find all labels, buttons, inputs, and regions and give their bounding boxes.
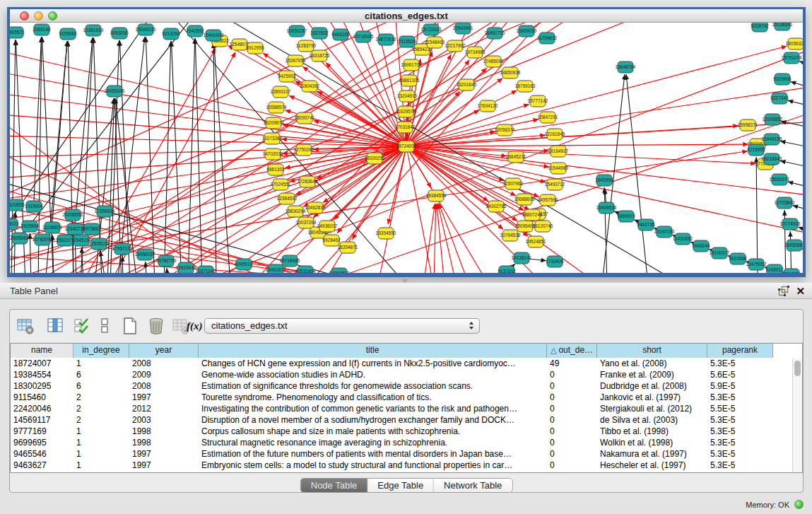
graph-node[interactable]: 9610568 — [729, 253, 747, 264]
graph-node[interactable]: 12543491 — [453, 23, 473, 34]
graph-edge[interactable] — [406, 146, 434, 273]
table-row[interactable]: 977716911998Corpus callosum shape and si… — [11, 426, 802, 437]
graph-node[interactable]: 10588574 — [266, 102, 287, 113]
graph-node[interactable]: 14850938 — [500, 67, 521, 78]
graph-node[interactable]: 6466100 — [331, 29, 350, 40]
graph-node[interactable]: 16210643 — [762, 153, 782, 165]
graph-node[interactable]: 16961704 — [401, 59, 422, 71]
graph-edge[interactable] — [122, 256, 123, 273]
graph-node[interactable]: 16782759 — [156, 255, 177, 267]
graph-node[interactable]: 15958371 — [738, 119, 758, 131]
table-row[interactable]: 1456911722003Disruption of a novel membe… — [11, 414, 802, 426]
column-header-year[interactable]: year — [129, 344, 199, 358]
graph-node[interactable]: 20531904 — [295, 266, 316, 273]
graph-node[interactable]: 9975887 — [83, 223, 101, 235]
graph-node[interactable]: 14138141 — [512, 252, 532, 264]
graph-node[interactable]: 17694120 — [478, 100, 498, 112]
graph-edge[interactable] — [52, 41, 67, 222]
graph-node[interactable]: 19734983 — [465, 47, 486, 58]
graph-edge[interactable] — [93, 37, 102, 273]
graph-node[interactable]: 12505135 — [89, 238, 110, 250]
graph-node[interactable]: 15093741 — [295, 112, 315, 124]
delete-table-icon[interactable] — [147, 317, 165, 335]
graph-edge[interactable] — [110, 40, 119, 273]
graph-node[interactable]: 12750286 — [294, 144, 314, 156]
graph-node[interactable]: 15128391 — [772, 23, 793, 30]
column-chooser-icon[interactable] — [95, 317, 114, 335]
column-header-name[interactable]: name — [11, 344, 73, 358]
table-row[interactable]: 1938455462009Genome-wide association stu… — [11, 369, 802, 380]
window-close-button[interactable] — [20, 11, 29, 21]
graph-node[interactable]: 17485093 — [483, 56, 504, 67]
graph-node[interactable]: 18807249 — [522, 209, 543, 221]
graph-node[interactable]: 11804392 — [300, 81, 320, 92]
graph-node[interactable]: 15830294 — [286, 206, 306, 217]
column-header-short[interactable]: short — [597, 344, 707, 358]
graph-edge[interactable] — [780, 160, 803, 168]
vertical-scrollbar[interactable] — [792, 358, 802, 472]
graph-node[interactable]: 10782093 — [33, 234, 53, 245]
graph-edge[interactable] — [790, 231, 792, 273]
graph-node[interactable]: 9137202 — [498, 266, 516, 273]
graph-node[interactable]: 14938207 — [317, 221, 338, 232]
graph-node[interactable]: 11283790 — [296, 40, 317, 52]
graph-node[interactable]: 10197183 — [654, 226, 675, 238]
graph-edge[interactable] — [30, 233, 31, 273]
graph-node[interactable]: 15493712 — [545, 179, 565, 190]
graph-node[interactable]: 8505061 — [11, 233, 29, 244]
window-minimize-button[interactable] — [34, 11, 43, 21]
graph-node[interactable]: 12893107 — [271, 86, 291, 98]
new-table-icon[interactable] — [121, 317, 139, 335]
column-header-in_degree[interactable]: in_degree — [73, 344, 129, 358]
graph-node[interactable]: 10847291 — [538, 112, 558, 123]
graph-node[interactable]: 7515526 — [398, 36, 416, 47]
graph-node[interactable]: 17031842 — [395, 122, 416, 133]
column-header-title[interactable]: title — [199, 344, 547, 358]
graph-node[interactable]: 18759163 — [515, 81, 536, 92]
graph-edge[interactable] — [791, 81, 803, 89]
graph-node[interactable]: 12923448 — [176, 262, 196, 273]
graph-edge[interactable] — [167, 268, 168, 273]
graph-node[interactable]: 18300295 — [365, 153, 385, 164]
graph-node[interactable]: 16100377 — [710, 247, 730, 259]
table-row[interactable]: 1872400712008Changes of HCN gene express… — [11, 358, 802, 369]
graph-node[interactable]: 11629578 — [396, 106, 416, 117]
graph-node[interactable]: 3915904 — [20, 221, 39, 232]
graph-node[interactable]: 9194023 — [10, 218, 19, 230]
graph-node[interactable]: 1405571 — [10, 27, 25, 38]
graph-node[interactable]: 12364592 — [277, 193, 298, 204]
column-header-out_de[interactable]: △out_de… — [547, 344, 597, 358]
graph-node[interactable]: 18724007 — [396, 141, 417, 152]
network-window-titlebar[interactable]: citations_edges.txt — [10, 9, 803, 23]
graph-node[interactable]: 8093050 — [110, 28, 129, 39]
graph-node[interactable]: 2520655 — [10, 199, 25, 211]
graph-node[interactable]: 16318725 — [310, 50, 330, 62]
graph-node[interactable]: 14769503 — [329, 268, 350, 273]
table-row[interactable]: 946554611997Estimation of the future num… — [11, 448, 802, 460]
graph-node[interactable]: 9861301 — [266, 164, 285, 175]
graph-node[interactable]: 12703843 — [775, 197, 795, 209]
graph-node[interactable]: 20053346 — [105, 86, 125, 97]
graph-node[interactable]: 16354871 — [338, 242, 358, 253]
graph-node[interactable]: 15367058 — [286, 55, 306, 66]
graph-node[interactable]: 11254832 — [537, 33, 558, 44]
graph-node[interactable]: 16409538 — [596, 202, 617, 214]
graph-edge[interactable] — [799, 62, 803, 68]
graph-edge[interactable] — [756, 157, 758, 273]
graph-edge[interactable] — [602, 74, 625, 273]
graph-node[interactable]: 12444158 — [762, 134, 782, 145]
scrollbar-thumb[interactable] — [794, 361, 801, 376]
graph-node[interactable]: 9245012 — [765, 264, 784, 273]
close-panel-icon[interactable]: ✕ — [796, 286, 805, 296]
graph-node[interactable]: 1733426 — [546, 256, 564, 267]
graph-node[interactable]: 15722023 — [421, 24, 442, 35]
graph-node[interactable]: 15692971 — [770, 174, 790, 185]
graph-node[interactable]: 9425902 — [278, 71, 296, 82]
graph-edge[interactable] — [171, 41, 182, 273]
graph-node[interactable]: 8215955 — [747, 144, 765, 156]
graph-node[interactable]: 12058374 — [495, 124, 515, 136]
show-columns-icon[interactable] — [46, 317, 64, 335]
graph-node[interactable]: 9227343 — [770, 93, 789, 104]
graph-node[interactable]: 1915904 — [25, 201, 43, 212]
graph-edge[interactable] — [10, 136, 406, 146]
